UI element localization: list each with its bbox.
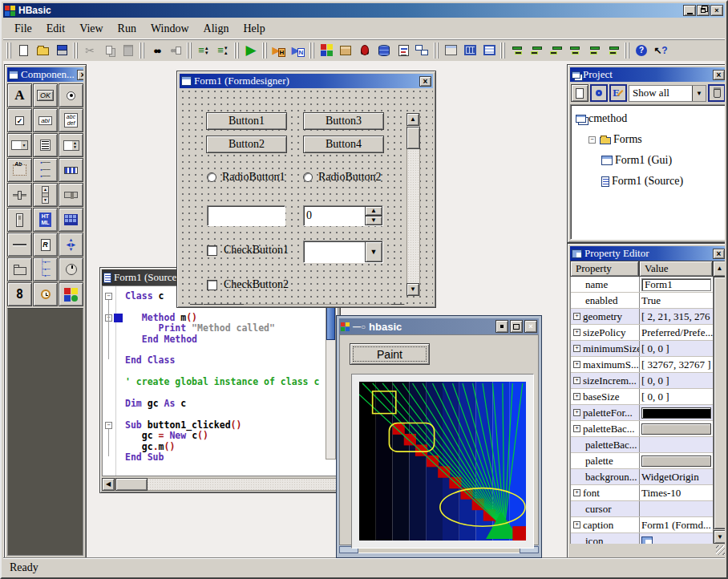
property-value-cell[interactable]: WidgetOrigin xyxy=(640,469,713,484)
palette-lineedit-button[interactable]: abl xyxy=(33,108,58,132)
spin-up-icon[interactable]: ▲ xyxy=(365,206,382,216)
property-name-cell[interactable]: +font xyxy=(571,485,640,500)
designed-spinbox[interactable]: 0▲▼ xyxy=(303,205,383,226)
property-value-cell[interactable]: True xyxy=(640,293,713,308)
expand-icon[interactable]: + xyxy=(573,345,580,352)
form-hscroll-left-icon[interactable]: ◀ xyxy=(190,304,203,305)
property-name-cell[interactable]: name xyxy=(571,277,640,292)
project-edit-icon[interactable]: E xyxy=(609,84,627,102)
property-row-palettefor[interactable]: +paletteFor... xyxy=(571,405,713,421)
properties-scroll-up-icon[interactable]: ▲ xyxy=(713,261,725,277)
form-vscroll-down-icon[interactable]: ▼ xyxy=(406,283,419,296)
palette-iconview-button[interactable] xyxy=(59,208,83,232)
property-row-geometry[interactable]: +geometry[ 2, 21, 315, 276 ] xyxy=(571,309,713,325)
menu-run[interactable]: Run xyxy=(111,21,143,37)
code-line[interactable]: gc = New c() xyxy=(125,431,326,441)
designed-button-button1[interactable]: Button1 xyxy=(206,112,287,130)
toolbar-handle[interactable] xyxy=(309,43,315,59)
windows-icon[interactable] xyxy=(413,41,432,60)
dialog-table-icon[interactable] xyxy=(479,41,499,60)
code-line[interactable]: End Method xyxy=(125,334,326,345)
help-icon[interactable]: ? xyxy=(632,41,651,60)
property-name-cell[interactable]: +paletteBac... xyxy=(571,421,640,436)
expand-icon[interactable]: + xyxy=(573,329,580,336)
form-hscroll-thumb[interactable] xyxy=(204,304,244,305)
palette-listbox-button[interactable] xyxy=(33,133,58,157)
palette-slider-button[interactable] xyxy=(7,183,32,207)
hscroll-left-icon[interactable]: ◀ xyxy=(102,478,115,491)
color-swatch[interactable] xyxy=(641,407,711,419)
property-row-minimumsize[interactable]: +minimumSize[ 0, 0 ] xyxy=(571,341,713,357)
palette-scrollbar-button[interactable]: ▲▼ xyxy=(33,183,58,207)
radio-circle-icon[interactable] xyxy=(303,172,313,182)
property-value-cell[interactable] xyxy=(640,533,713,544)
code-line[interactable]: Method m() xyxy=(125,313,326,323)
code-line[interactable]: End Sub xyxy=(125,452,326,463)
formdesigner-titlebar[interactable]: Form1 (Formdesigner) × xyxy=(180,74,433,88)
code-line[interactable]: gc.m() xyxy=(125,442,326,452)
reorder-up-icon[interactable]: ≡▲▼ xyxy=(194,41,213,60)
color-swatch[interactable] xyxy=(641,456,711,467)
palette-panel-button[interactable] xyxy=(7,208,32,232)
hscroll-thumb[interactable] xyxy=(115,478,148,491)
align-left-icon[interactable] xyxy=(508,41,527,60)
property-value-cell[interactable] xyxy=(640,501,713,516)
palette-tabwidget-button[interactable] xyxy=(7,257,32,281)
palette-close-icon[interactable]: × xyxy=(77,70,83,80)
value-edit-field[interactable]: Form1 xyxy=(641,278,711,291)
expand-icon[interactable]: + xyxy=(573,361,580,368)
expand-icon[interactable]: + xyxy=(573,489,580,496)
close-button[interactable]: × xyxy=(710,5,723,16)
property-value-cell[interactable] xyxy=(640,421,713,436)
property-row-palettebac[interactable]: paletteBac... xyxy=(571,437,713,453)
hbasic-minimize-icon[interactable] xyxy=(495,320,508,333)
designed-button-button3[interactable]: Button3 xyxy=(303,112,384,130)
code-line[interactable]: Print "Method called" xyxy=(125,323,326,334)
designed-checkbox-1[interactable]: CheckButton1 xyxy=(207,244,289,257)
properties-scroll-down-icon[interactable]: ▼ xyxy=(714,530,725,544)
tree-item-form1-source-[interactable]: Form1 (Source) xyxy=(572,171,724,192)
designed-radiobutton-2[interactable]: RadioButton2 xyxy=(303,171,382,184)
palette-dial-button[interactable] xyxy=(59,257,83,281)
tree-item-forms[interactable]: −Forms xyxy=(572,129,724,150)
package-icon[interactable] xyxy=(336,41,355,60)
property-name-cell[interactable]: paletteBac... xyxy=(571,437,640,452)
reorder-down-icon[interactable]: ≡▼▲ xyxy=(213,41,233,60)
palette-slider-groove-button[interactable] xyxy=(59,183,83,207)
pin-icon[interactable]: —○ xyxy=(353,322,366,331)
property-row-backgroun[interactable]: backgroun...WidgetOrigin xyxy=(571,469,713,485)
restore-button[interactable] xyxy=(697,5,710,16)
code-line[interactable]: End Class xyxy=(125,355,326,366)
debug-icon[interactable] xyxy=(355,41,374,60)
toolbar-handle[interactable] xyxy=(234,43,240,59)
run-icon[interactable]: ▶ xyxy=(241,41,261,60)
properties-vscroll-thumb[interactable] xyxy=(714,277,725,529)
property-value-cell[interactable]: [ 0, 0 ] xyxy=(640,373,713,388)
property-row-maximums[interactable]: +maximumS...[ 32767, 32767 ] xyxy=(571,357,713,373)
designed-lineedit[interactable] xyxy=(207,205,285,226)
property-value-cell[interactable]: Times-10 xyxy=(640,485,713,500)
fold-sub-icon[interactable]: − xyxy=(105,422,112,429)
palette-timer-button[interactable] xyxy=(33,282,58,306)
palette-progressbar-button[interactable] xyxy=(59,158,83,182)
property-value-cell[interactable]: Form1 xyxy=(640,277,713,292)
palette-label-button[interactable]: A xyxy=(7,83,32,107)
palette-combobox-button[interactable]: ▼ xyxy=(7,133,32,157)
form-vscroll-up-icon[interactable]: ▲ xyxy=(406,113,419,126)
property-name-cell[interactable]: backgroun... xyxy=(571,469,640,484)
property-editor-close-icon[interactable]: × xyxy=(713,249,725,259)
property-name-cell[interactable]: +sizePolicy xyxy=(571,325,640,340)
property-value-cell[interactable]: [ 2, 21, 315, 276 ] xyxy=(640,309,713,324)
palette-textedit-button[interactable]: abcdef xyxy=(59,108,83,132)
expand-icon[interactable]: + xyxy=(573,425,580,432)
property-row-sizeincrem[interactable]: +sizeIncrem...[ 0, 0 ] xyxy=(571,373,713,389)
menu-align[interactable]: Align xyxy=(197,21,236,37)
palette-pushbutton-button[interactable]: OK xyxy=(33,83,58,107)
property-name-cell[interactable]: +caption xyxy=(571,517,640,532)
palette-html-button[interactable]: HTML xyxy=(33,208,58,232)
property-value-cell[interactable]: [ 0, 0 ] xyxy=(640,389,713,404)
code-line[interactable] xyxy=(125,409,326,419)
property-value-cell[interactable] xyxy=(640,453,713,468)
project-titlebar[interactable]: Project × xyxy=(570,67,725,82)
paint-canvas[interactable] xyxy=(351,374,534,549)
